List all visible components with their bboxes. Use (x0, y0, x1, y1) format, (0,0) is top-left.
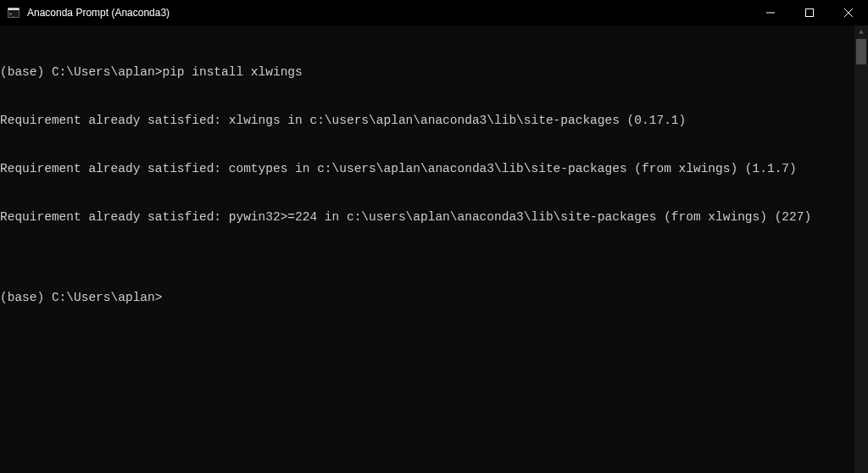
terminal-line: Requirement already satisfied: xlwings i… (0, 113, 868, 129)
terminal-icon: >_ (7, 6, 20, 19)
terminal-line: Requirement already satisfied: pywin32>=… (0, 209, 868, 225)
terminal-line: (base) C:\Users\aplan>pip install xlwing… (0, 64, 868, 81)
minimize-button[interactable] (751, 0, 790, 25)
scrollbar-thumb[interactable] (856, 39, 866, 64)
terminal-line: Requirement already satisfied: comtypes … (0, 161, 868, 177)
window-controls (751, 0, 868, 25)
scroll-up-icon[interactable]: ▲ (854, 25, 868, 39)
svg-rect-1 (8, 8, 19, 11)
scrollbar[interactable]: ▲ (854, 25, 868, 473)
svg-text:>_: >_ (9, 11, 15, 17)
terminal-area[interactable]: (base) C:\Users\aplan>pip install xlwing… (0, 25, 868, 473)
terminal-line: (base) C:\Users\aplan> (0, 290, 868, 306)
svg-rect-4 (806, 9, 814, 17)
window-titlebar: >_ Anaconda Prompt (Anaconda3) (0, 0, 868, 25)
maximize-button[interactable] (790, 0, 829, 25)
close-button[interactable] (829, 0, 868, 25)
window-title: Anaconda Prompt (Anaconda3) (25, 7, 751, 19)
terminal-output: (base) C:\Users\aplan>pip install xlwing… (0, 25, 868, 338)
